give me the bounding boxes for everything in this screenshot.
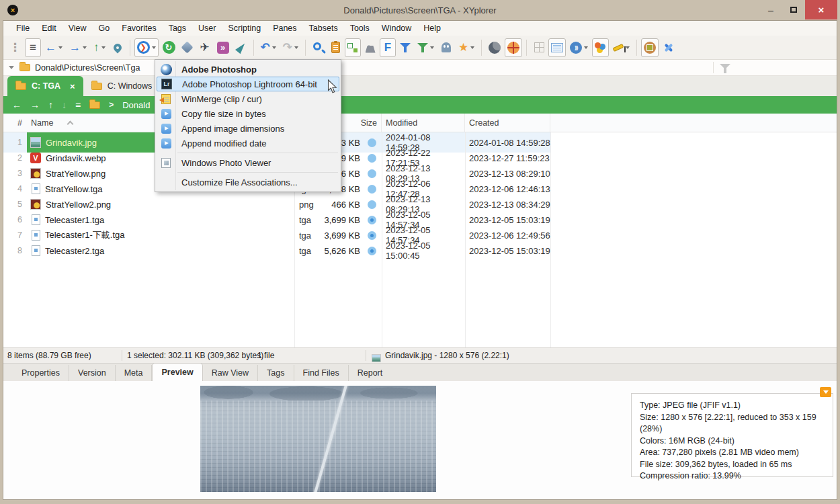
file-name-cell[interactable]: Telecaster2.tga bbox=[27, 241, 294, 261]
address-path[interactable]: Donald\Pictures\Screen\Tga bbox=[35, 63, 140, 73]
breadcrumb-segment-donald[interactable]: Donald bbox=[122, 100, 150, 110]
chevron-down-icon[interactable] bbox=[9, 66, 14, 69]
hopper-button[interactable] bbox=[179, 38, 196, 57]
panel-tab-properties[interactable]: Properties bbox=[13, 365, 69, 381]
file-row-7[interactable]: 7Telecaster1-下載.tgatga3,699 KB2023-12-05… bbox=[3, 225, 837, 241]
tab-close-icon[interactable]: × bbox=[70, 81, 75, 91]
forward-button[interactable]: → bbox=[67, 38, 89, 57]
folder-tab-c-windows[interactable]: C: Windows bbox=[83, 76, 161, 96]
folder-tab-c-tga[interactable]: C: TGA× bbox=[7, 76, 83, 96]
menu-item-copy-file-size-in-bytes[interactable]: Copy file size in bytes bbox=[157, 106, 339, 121]
menubar-item-help[interactable]: Help bbox=[417, 24, 447, 33]
menubar-item-view[interactable]: View bbox=[62, 24, 93, 33]
menubar-item-go[interactable]: Go bbox=[93, 24, 116, 33]
panel-tab-report[interactable]: Report bbox=[349, 365, 392, 381]
menu-item-adobe-photoshop[interactable]: Adobe Photoshop bbox=[157, 62, 339, 77]
location-pin-button[interactable] bbox=[110, 38, 126, 57]
highlight-button[interactable] bbox=[505, 38, 522, 57]
file-row-8[interactable]: 8Telecaster2.tgatga5,626 KB2023-12-05 15… bbox=[3, 241, 837, 256]
open-with-context-menu: Adobe PhotoshopLrAdobe Photoshop Lightro… bbox=[155, 59, 341, 192]
color-filter-button[interactable] bbox=[415, 38, 437, 57]
maximize-button[interactable] bbox=[782, 0, 805, 19]
file-row-2[interactable]: 2VGrindavik.webpwebp159 KB2023-12-22 17:… bbox=[3, 148, 837, 163]
menu-item-append-image-dimensions[interactable]: Append image dimensions bbox=[157, 121, 339, 136]
menubar-item-tags[interactable]: Tags bbox=[163, 24, 192, 33]
ghost-filter-icon bbox=[442, 42, 451, 52]
menubar-item-tabsets[interactable]: Tabsets bbox=[303, 24, 344, 33]
drag-grip[interactable]: ⋮ bbox=[7, 38, 24, 57]
column-header-num[interactable]: # bbox=[3, 114, 27, 132]
menubar-item-user[interactable]: User bbox=[192, 24, 222, 33]
weight-button[interactable] bbox=[362, 38, 378, 57]
menu-item-adobe-photoshop-lightroom-64-bit[interactable]: LrAdobe Photoshop Lightroom 64-bit bbox=[157, 77, 339, 91]
undo-button[interactable]: ↶ bbox=[258, 38, 279, 57]
file-row-5[interactable]: 5StratYellow2.pngpng466 KB2023-12-13 08:… bbox=[3, 194, 837, 210]
dark-mode-button[interactable] bbox=[486, 38, 503, 57]
crumb-up-button[interactable]: ↑ bbox=[48, 100, 53, 110]
tag-label-icon bbox=[368, 200, 376, 209]
panel-tab-meta[interactable]: Meta bbox=[116, 365, 153, 381]
paste-button[interactable] bbox=[327, 38, 343, 57]
spot-filter-button[interactable]: ))) bbox=[567, 38, 591, 57]
file-ext-cell: tga bbox=[294, 241, 322, 261]
panel-tab-preview[interactable]: Preview bbox=[152, 363, 202, 381]
file-row-4[interactable]: 4StratYellow.tgatga1,098 KB2023-12-06 12… bbox=[3, 179, 837, 194]
crumb-back-button[interactable]: ← bbox=[12, 100, 22, 110]
panel-dropdown-button[interactable] bbox=[820, 387, 831, 397]
open-with-button[interactable]: ❯ bbox=[134, 38, 159, 57]
file-row-1[interactable]: 1Grindavik.jpgjpg303 KB2024-01-08 14:59:… bbox=[3, 132, 837, 148]
ghost-filter-button[interactable] bbox=[438, 38, 454, 57]
up-button[interactable]: ↑ bbox=[91, 38, 108, 57]
crumb-menu-button[interactable]: ≡ bbox=[75, 100, 81, 110]
back-button[interactable]: ← bbox=[42, 38, 65, 57]
filter-funnel-icon[interactable] bbox=[720, 63, 730, 74]
filter-button[interactable] bbox=[397, 38, 413, 57]
address-bar[interactable]: Donald\Pictures\Screen\Tga bbox=[3, 60, 837, 76]
menubar-item-edit[interactable]: Edit bbox=[36, 24, 62, 33]
menu-toggle-button[interactable]: ≡ bbox=[25, 38, 41, 57]
window-content: FileEditViewGoFavoritesTagsUserScripting… bbox=[3, 20, 837, 500]
tools-button[interactable] bbox=[660, 38, 677, 57]
details-view-button[interactable] bbox=[548, 38, 566, 57]
menubar: FileEditViewGoFavoritesTagsUserScripting… bbox=[3, 21, 837, 36]
panes-button[interactable] bbox=[531, 38, 547, 57]
column-header-created[interactable]: Created bbox=[465, 114, 550, 132]
jpg-file-icon bbox=[30, 137, 41, 148]
minimize-button[interactable]: – bbox=[759, 0, 782, 19]
tree-toggle-button[interactable] bbox=[345, 38, 361, 57]
menubar-item-favorites[interactable]: Favorites bbox=[116, 24, 162, 33]
image-info-box: Type: JPEG file (JFIF v1.1)Size: 1280 x … bbox=[631, 393, 833, 477]
favorites-button[interactable]: ★ bbox=[456, 38, 477, 57]
paint-roller-button[interactable] bbox=[610, 38, 632, 57]
crumb-folder-icon[interactable] bbox=[89, 101, 100, 109]
crumb-forward-button[interactable]: → bbox=[30, 100, 40, 110]
panel-tab-find-files[interactable]: Find Files bbox=[294, 365, 349, 381]
send-button[interactable]: ✈ bbox=[197, 38, 213, 57]
font-button[interactable]: F bbox=[380, 38, 396, 57]
close-button[interactable]: × bbox=[805, 0, 837, 19]
crumb-down-button[interactable]: ↓ bbox=[62, 100, 67, 110]
panel-tab-raw-view[interactable]: Raw View bbox=[203, 365, 258, 381]
find-files-button[interactable] bbox=[310, 38, 326, 57]
preview-pane-button[interactable] bbox=[641, 38, 659, 57]
file-row-6[interactable]: 6Telecaster1.tgatga3,699 KB2023-12-05 14… bbox=[3, 210, 837, 225]
menubar-item-tools[interactable]: Tools bbox=[344, 24, 376, 33]
goto-button[interactable] bbox=[233, 38, 249, 57]
menubar-item-file[interactable]: File bbox=[10, 24, 36, 33]
menubar-item-panes[interactable]: Panes bbox=[267, 24, 302, 33]
menubar-item-scripting[interactable]: Scripting bbox=[222, 24, 267, 33]
menu-item-windows-photo-viewer[interactable]: Windows Photo Viewer bbox=[157, 155, 339, 170]
panel-tab-tags[interactable]: Tags bbox=[258, 365, 294, 381]
column-header-modified[interactable]: Modified bbox=[382, 114, 465, 132]
color-scheme-button[interactable] bbox=[592, 38, 609, 57]
menu-item-customize-file-associations-[interactable]: Customize File Associations... bbox=[157, 175, 339, 190]
refresh-button[interactable]: ↻ bbox=[160, 38, 178, 57]
file-row-3[interactable]: 3StratYellow.pngpng456 KB2023-12-13 08:2… bbox=[3, 163, 837, 179]
panel-tab-version[interactable]: Version bbox=[69, 365, 116, 381]
menubar-item-window[interactable]: Window bbox=[376, 24, 417, 33]
quick-jump-button[interactable]: » bbox=[214, 38, 232, 57]
menu-item-append-modified-date[interactable]: Append modified date bbox=[157, 136, 339, 151]
menu-item-winmerge-clip-cur-[interactable]: WinMerge (clip / cur) bbox=[157, 91, 339, 106]
address-divider bbox=[713, 62, 714, 73]
redo-button[interactable]: ↷ bbox=[280, 38, 301, 57]
